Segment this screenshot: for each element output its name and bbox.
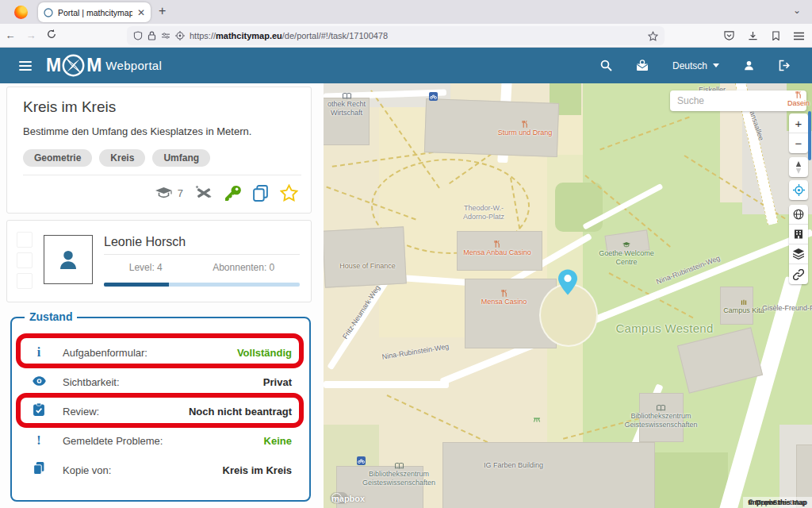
graduation-cap-icon xyxy=(155,187,173,199)
tab-list-chevron-icon[interactable]: ⌄ xyxy=(793,5,801,16)
page-title: Kreis im Kreis xyxy=(23,98,116,116)
logo-m-right: M xyxy=(86,55,101,76)
mapbox-logo[interactable]: m mapbox xyxy=(330,492,348,504)
task-description: Bestimme den Umfang des Kiesplatzes in M… xyxy=(23,125,251,137)
map-poi-sturm-und-drang: Sturm und Drang xyxy=(486,121,564,137)
tab-title: Portal | mathcitymap.eu xyxy=(58,8,132,17)
permissions-icon[interactable] xyxy=(161,32,170,40)
chevron-down-icon xyxy=(713,64,719,67)
tag-pill[interactable]: Geometrie xyxy=(23,149,92,167)
save-page-icon[interactable] xyxy=(772,31,780,40)
copy-icon[interactable] xyxy=(253,185,268,202)
zoom-controls: + − xyxy=(789,114,808,153)
lock-icon[interactable] xyxy=(147,31,156,40)
copy-filled-icon xyxy=(31,462,47,478)
kita-icon xyxy=(741,299,747,306)
annotation-highlight-aufgabenformular xyxy=(16,333,304,368)
task-detail-panel: Kreis im Kreis Bestimme den Umfang des K… xyxy=(0,83,324,508)
status-row-probleme: ! Gemeldete Probleme: Keine xyxy=(12,425,309,455)
tag-pill[interactable]: Umfang xyxy=(152,149,210,167)
pocket-icon[interactable] xyxy=(724,31,734,40)
tab-strip: Portal | mathcitymap.eu ✕ + ⌄ xyxy=(0,0,812,24)
browser-toolbar: ← → https://mathcitymap.eu/de/portal/#!/… xyxy=(0,24,812,48)
app-navbar: M M Webportal Deutsch xyxy=(0,48,812,83)
favorite-star-icon[interactable] xyxy=(280,184,298,202)
sidebar-menu-icon[interactable] xyxy=(19,61,32,71)
map-poi-mensa-casino: Mensa Casino xyxy=(466,290,542,306)
back-button[interactable]: ← xyxy=(0,29,21,41)
map-poi-bibliothekszentrum-2: Bibliothekszentrum Geisteswissenschaften xyxy=(359,463,439,487)
map-poi-bibliothekszentrum-1: Bibliothekszentrum Geisteswissenschaften xyxy=(623,405,699,429)
restaurant-icon xyxy=(522,121,528,128)
forward-button[interactable]: → xyxy=(21,29,41,41)
logo-suffix: Webportal xyxy=(105,59,162,72)
shield-icon[interactable] xyxy=(133,31,143,40)
mcm-logo[interactable]: M M Webportal xyxy=(46,53,162,78)
restaurant-icon xyxy=(795,91,802,98)
restaurant-icon xyxy=(501,290,508,297)
badge-placeholder xyxy=(17,273,33,289)
tag-pill[interactable]: Kreis xyxy=(99,149,145,167)
browser-window: Portal | mathcitymap.eu ✕ + ⌄ ← → https:… xyxy=(0,0,812,508)
zoom-in-button[interactable]: + xyxy=(789,114,808,133)
logout-icon[interactable] xyxy=(779,60,791,71)
map-label-campus-westend: Campus Westend xyxy=(601,321,728,336)
status-panel-legend: Zustand xyxy=(25,310,77,323)
author-card[interactable]: Leonie Horsch Level: 4 Abonnenten: 0 xyxy=(6,220,312,302)
eye-icon xyxy=(31,375,47,389)
tab-close-icon[interactable]: ✕ xyxy=(137,8,145,17)
tools-icon[interactable] xyxy=(195,185,213,201)
picnic-site-icon xyxy=(533,411,541,425)
author-subscribers: Abonnenten: 0 xyxy=(213,262,274,273)
avatar xyxy=(44,235,93,284)
url-bar[interactable]: https://mathcitymap.eu/de/portal/#!/task… xyxy=(127,26,665,45)
exclamation-icon: ! xyxy=(31,433,47,448)
divider xyxy=(23,175,301,175)
map-canvas[interactable]: Eiskeller Dasein othek Recht Wirtschaft … xyxy=(324,83,812,508)
compass-icon[interactable] xyxy=(789,157,808,177)
geolocate-icon[interactable] xyxy=(789,180,808,200)
zoom-out-button[interactable]: − xyxy=(789,133,808,153)
tab-favicon-compass-icon xyxy=(44,8,53,17)
language-label: Deutsch xyxy=(672,60,707,71)
toolbar-right-icons xyxy=(724,24,804,48)
reload-button[interactable] xyxy=(41,29,62,41)
page-scrollbar-thumb[interactable] xyxy=(808,111,811,160)
compass-control xyxy=(789,157,808,177)
status-row-kopie: Kopie von: Kreis im Kreis xyxy=(12,455,309,484)
bicycle-parking-icon xyxy=(429,92,438,101)
link-icon[interactable] xyxy=(789,264,808,284)
map-attribution: © Mapbox © OpenStreetMap Improve this ma… xyxy=(743,497,812,508)
url-text: https://mathcitymap.eu/de/portal/#!/task… xyxy=(190,31,643,40)
map-label-house-of-finance: House of Finance xyxy=(330,262,405,271)
graduation-cap-icon xyxy=(622,242,630,248)
level-progress-bar xyxy=(104,283,300,287)
map-poi-mensa-anbau: Mensa Anbau Casino xyxy=(449,241,546,257)
globe-icon[interactable] xyxy=(789,205,808,225)
task-location-marker[interactable] xyxy=(558,269,577,298)
map-style-controls xyxy=(789,205,808,284)
new-tab-button[interactable]: + xyxy=(159,4,166,18)
status-row-sichtbarkeit: Sichtbarkeit: Privat xyxy=(12,367,309,396)
menu-icon[interactable] xyxy=(794,32,804,40)
language-selector[interactable]: Deutsch xyxy=(672,60,719,71)
firefox-icon[interactable] xyxy=(14,6,28,19)
attribution-osm[interactable]: © OpenStreetMap xyxy=(748,498,806,506)
author-meta: Level: 4 Abonnenten: 0 xyxy=(104,262,300,273)
author-level: Level: 4 xyxy=(129,262,163,273)
library-icon xyxy=(343,93,351,99)
account-icon[interactable] xyxy=(743,60,755,71)
map-label-gisele-freund: Gisèle-Freund-Platz xyxy=(762,304,812,313)
location-permission-icon[interactable] xyxy=(175,31,185,40)
map-label-ig-farben: IG Farben Building xyxy=(468,461,559,470)
search-icon[interactable] xyxy=(600,60,612,71)
inbox-icon[interactable] xyxy=(636,60,649,71)
buildings-3d-icon[interactable] xyxy=(789,225,808,244)
key-icon[interactable] xyxy=(224,185,241,202)
task-card: Kreis im Kreis Bestimme den Umfang des K… xyxy=(6,87,312,214)
layers-icon[interactable] xyxy=(789,244,808,264)
download-icon[interactable] xyxy=(748,31,758,40)
active-tab[interactable]: Portal | mathcitymap.eu ✕ xyxy=(38,2,151,22)
badge-placeholder xyxy=(17,252,33,268)
bookmark-star-icon[interactable] xyxy=(648,31,658,41)
